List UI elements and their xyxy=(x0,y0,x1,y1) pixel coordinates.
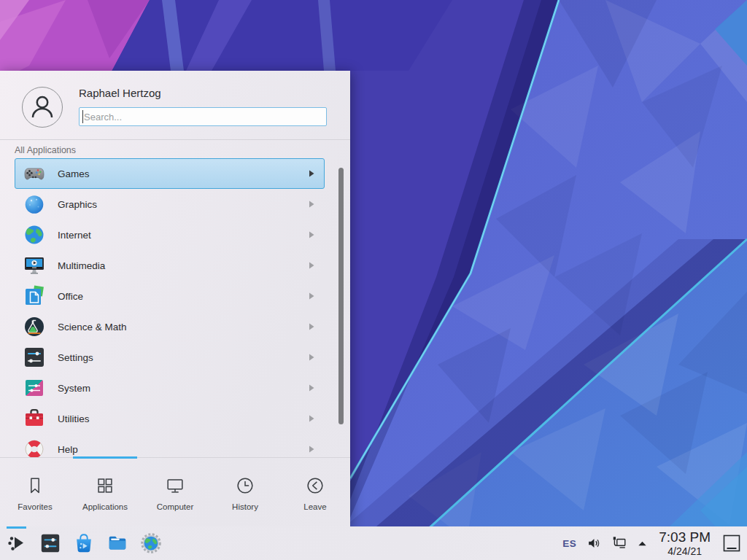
tab-history[interactable]: History xyxy=(210,458,280,526)
category-label: Settings xyxy=(58,352,308,363)
tray-icons xyxy=(586,535,648,551)
category-label: System xyxy=(58,383,308,394)
digital-clock[interactable]: 7:03 PM 4/24/21 xyxy=(657,530,712,556)
section-label: All Applications xyxy=(15,145,76,155)
submenu-arrow-icon xyxy=(308,445,315,454)
computer-icon xyxy=(164,475,186,497)
category-item-multimedia[interactable]: Multimedia xyxy=(15,250,325,281)
user-avatar[interactable] xyxy=(22,87,63,128)
category-label: Help xyxy=(58,444,308,455)
discover-icon xyxy=(73,532,95,554)
category-list: GamesGraphicsInternetMultimediaOfficeSci… xyxy=(0,158,350,457)
office-icon xyxy=(23,284,46,308)
submenu-arrow-icon xyxy=(308,322,315,331)
tab-label: Leave xyxy=(303,502,326,511)
systemsettings-icon xyxy=(39,532,61,554)
show-desktop-icon xyxy=(721,533,742,553)
category-item-science-math[interactable]: Science & Math xyxy=(15,311,325,342)
category-label: Games xyxy=(58,168,308,179)
clock-date: 4/24/21 xyxy=(667,546,702,556)
category-item-games[interactable]: Games xyxy=(15,158,325,189)
tab-label: Computer xyxy=(157,502,194,511)
category-item-office[interactable]: Office xyxy=(15,281,325,311)
footer-tabs: FavoritesApplicationsComputerHistoryLeav… xyxy=(0,457,350,526)
browser-icon xyxy=(140,532,162,554)
category-item-system[interactable]: System xyxy=(15,373,325,403)
launcher-header: Raphael Hertzog xyxy=(0,71,350,140)
text-cursor xyxy=(82,110,83,123)
show-desktop-button[interactable] xyxy=(721,533,742,553)
desktop: Raphael Hertzog All Applications GamesGr… xyxy=(0,0,747,560)
submenu-arrow-icon xyxy=(308,292,315,300)
system-settings-launcher[interactable] xyxy=(39,532,61,554)
graphics-icon xyxy=(23,192,46,216)
category-label: Science & Math xyxy=(58,322,308,332)
tab-favorites[interactable]: Favorites xyxy=(0,458,70,526)
category-label: Multimedia xyxy=(58,260,308,271)
search-input[interactable] xyxy=(79,107,327,126)
dolphin-icon xyxy=(107,532,128,554)
user-name: Raphael Hertzog xyxy=(79,87,161,99)
file-manager-launcher[interactable] xyxy=(107,532,128,554)
network-icon[interactable] xyxy=(611,535,627,551)
science-icon xyxy=(23,315,46,338)
utilities-icon xyxy=(23,407,46,430)
category-item-help[interactable]: Help xyxy=(15,434,325,457)
category-label: Graphics xyxy=(58,199,308,210)
category-label: Utilities xyxy=(58,413,308,424)
category-label: Office xyxy=(58,291,308,302)
category-item-graphics[interactable]: Graphics xyxy=(15,189,325,219)
applications-icon xyxy=(94,475,116,497)
settings-icon xyxy=(23,346,46,369)
submenu-arrow-icon xyxy=(308,414,315,423)
discover-launcher[interactable] xyxy=(73,532,95,554)
kicker-icon xyxy=(6,532,28,554)
tab-computer[interactable]: Computer xyxy=(140,458,210,526)
system-tray: ES 7:03 PM 4/24/21 xyxy=(562,530,747,556)
application-launcher-button[interactable] xyxy=(6,532,28,554)
history-icon xyxy=(234,475,256,497)
taskbar-launchers xyxy=(0,532,162,554)
application-launcher-menu: Raphael Hertzog All Applications GamesGr… xyxy=(0,71,350,526)
favorites-icon xyxy=(24,475,46,497)
web-browser-launcher[interactable] xyxy=(140,532,162,554)
category-item-internet[interactable]: Internet xyxy=(15,219,325,250)
clock-time: 7:03 PM xyxy=(659,530,711,544)
submenu-arrow-icon xyxy=(308,230,315,239)
tab-label: History xyxy=(232,502,258,511)
multimedia-icon xyxy=(23,254,46,277)
internet-icon xyxy=(23,223,46,246)
category-item-settings[interactable]: Settings xyxy=(15,342,325,373)
taskbar-panel: ES 7:03 PM 4/24/21 xyxy=(0,526,747,560)
submenu-arrow-icon xyxy=(308,384,315,392)
games-icon xyxy=(23,162,46,185)
system-icon xyxy=(23,376,46,400)
help-icon xyxy=(23,438,46,457)
tab-label: Favorites xyxy=(18,502,52,511)
scrollbar-thumb[interactable] xyxy=(338,168,344,424)
category-item-utilities[interactable]: Utilities xyxy=(15,403,325,434)
volume-icon[interactable] xyxy=(586,535,602,551)
active-tab-indicator xyxy=(73,456,137,459)
tab-label: Applications xyxy=(82,502,128,511)
user-icon xyxy=(23,88,62,127)
keyboard-layout-indicator[interactable]: ES xyxy=(562,538,576,549)
submenu-arrow-icon xyxy=(308,261,315,270)
submenu-arrow-icon xyxy=(308,169,315,178)
submenu-arrow-icon xyxy=(308,353,315,362)
leave-icon xyxy=(304,475,326,497)
category-label: Internet xyxy=(58,230,308,241)
tab-leave[interactable]: Leave xyxy=(280,458,350,526)
tab-applications[interactable]: Applications xyxy=(70,458,140,526)
submenu-arrow-icon xyxy=(308,200,315,209)
expand-tray-caret-icon[interactable] xyxy=(637,538,648,549)
